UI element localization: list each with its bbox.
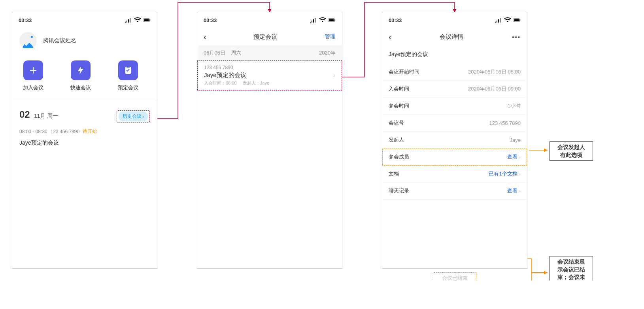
status-time: 03:33 — [389, 17, 402, 23]
profile-name: 腾讯会议姓名 — [43, 37, 76, 44]
status-icons — [125, 17, 151, 23]
annotation-members: 会议发起人 有此选项 — [550, 141, 593, 161]
battery-icon — [329, 17, 336, 23]
screen-detail: 03:33 ‹ 会议详情 ••• Jaye预定的会议 会议开始时间 2020年0… — [382, 12, 527, 269]
wifi-icon — [319, 17, 326, 23]
status-bar: 03:33 — [12, 12, 157, 28]
row-join-time: 入会时间 2020年06月06日 09:00 — [382, 81, 527, 98]
row-meeting-id: 会议号 123 456 7890 — [382, 115, 527, 132]
meeting-time: 08:00 - 08:30 — [19, 129, 47, 134]
row-start-time: 会议开始时间 2020年06月06日 08:00 — [382, 64, 527, 81]
actions-row: 加入会议 快速会议 预定会议 — [12, 57, 157, 101]
plus-icon — [23, 60, 43, 80]
signal-icon — [310, 17, 317, 23]
row-documents[interactable]: 文档 已有1个文档› — [382, 166, 527, 183]
clipboard-icon — [118, 60, 138, 80]
avatar[interactable] — [19, 32, 37, 49]
section-year: 2020年 — [319, 49, 336, 57]
annotation-footer: 会议结束显 示会议已结 束；会议未 结束显示重 新入会 — [550, 256, 593, 281]
meeting-id: 123 456 7890 — [51, 129, 79, 134]
section-day: 周六 — [231, 50, 241, 56]
date-section-header: 06月06日 周六 2020年 — [197, 45, 342, 60]
item-title: Jaye预定的会议 — [204, 72, 335, 79]
date-text: 11月 周一 — [34, 113, 58, 120]
svg-rect-10 — [514, 19, 519, 21]
nav-title: 预定会议 — [253, 33, 277, 41]
footer-buttons: 会议已结束 重新入会 — [433, 272, 476, 281]
status-bar: 03:33 — [197, 12, 342, 28]
section-date: 06月06日 — [204, 50, 225, 56]
status-time: 03:33 — [19, 17, 32, 23]
chevron-right-icon: › — [142, 114, 144, 119]
signal-icon — [125, 17, 132, 23]
svg-rect-2 — [144, 19, 149, 21]
more-button[interactable]: ••• — [512, 34, 521, 40]
screen-history: 03:33 ‹ 预定会议 管理 06月06日 周六 2020年 123 456 … — [197, 12, 342, 269]
signal-icon — [495, 17, 502, 23]
chevron-right-icon: › — [519, 188, 521, 194]
back-button[interactable]: ‹ — [389, 32, 391, 41]
svg-rect-1 — [150, 19, 151, 21]
lightning-icon — [71, 60, 91, 80]
item-id: 123 456 7890 — [204, 65, 335, 70]
chevron-right-icon: › — [333, 72, 335, 79]
date-number: 02 — [19, 109, 30, 120]
profile-row[interactable]: 腾讯会议姓名 — [12, 28, 157, 57]
schedule-meeting-action[interactable]: 预定会议 — [114, 60, 142, 91]
status-time: 03:33 — [204, 17, 217, 23]
wifi-icon — [134, 17, 141, 23]
quick-meeting-action[interactable]: 快速会议 — [67, 60, 94, 91]
svg-rect-4 — [127, 66, 130, 68]
detail-title: Jaye预定的会议 — [382, 45, 527, 64]
svg-rect-7 — [329, 19, 334, 21]
back-button[interactable]: ‹ — [204, 32, 206, 41]
row-members[interactable]: 参会成员 查看› — [382, 149, 527, 166]
meeting-title[interactable]: Jaye预定的会议 — [12, 137, 157, 149]
history-highlight: 历史会议 › — [117, 110, 150, 122]
date-row: 02 11月 周一 历史会议 › — [12, 101, 157, 126]
meeting-ended-button: 会议已结束 — [433, 272, 476, 281]
svg-rect-9 — [520, 19, 521, 21]
screen-home: 03:33 腾讯会议姓名 加入会议 快速会议 — [12, 12, 157, 269]
chevron-right-icon: › — [519, 154, 521, 160]
navbar: ‹ 会议详情 ••• — [382, 28, 527, 45]
schedule-label: 预定会议 — [118, 84, 138, 91]
battery-icon — [514, 17, 521, 23]
status-icons — [495, 17, 521, 23]
meeting-meta: 08:00 - 08:30 123 456 7890 待开始 — [12, 126, 157, 137]
status-bar: 03:33 — [382, 12, 527, 28]
svg-rect-6 — [335, 19, 336, 21]
row-host: 发起人 Jaye — [382, 132, 527, 149]
quick-label: 快速会议 — [70, 84, 91, 91]
status-icons — [310, 17, 336, 23]
history-meetings-button[interactable]: 历史会议 › — [119, 111, 148, 121]
flow-diagram: 03:33 腾讯会议姓名 加入会议 快速会议 — [12, 12, 632, 269]
meeting-list-item[interactable]: 123 456 7890 Jaye预定的会议 入会时间：08:00 发起人：Ja… — [197, 60, 342, 90]
item-subtitle: 入会时间：08:00 发起人：Jaye — [204, 80, 335, 86]
chevron-right-icon: › — [519, 171, 521, 177]
navbar: ‹ 预定会议 管理 — [197, 28, 342, 45]
manage-button[interactable]: 管理 — [325, 33, 336, 40]
history-label: 历史会议 — [123, 113, 142, 120]
nav-title: 会议详情 — [440, 33, 463, 41]
join-meeting-action[interactable]: 加入会议 — [19, 60, 47, 91]
meeting-status: 待开始 — [83, 128, 97, 135]
battery-icon — [144, 17, 151, 23]
wifi-icon — [504, 17, 511, 23]
join-label: 加入会议 — [23, 84, 43, 91]
row-duration: 参会时间 1小时 — [382, 98, 527, 115]
row-chat[interactable]: 聊天记录 查看› — [382, 183, 527, 200]
